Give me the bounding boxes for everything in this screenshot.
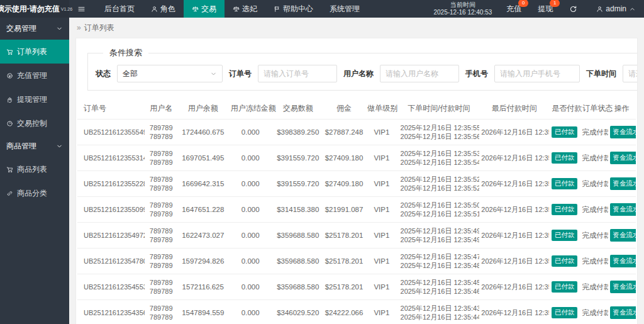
order-no: UB2512161235509966	[77, 197, 145, 223]
fund-flow-button[interactable]: 资金流水	[610, 126, 636, 138]
time-value: 2025-12-16 12:40:53	[433, 9, 492, 16]
user-name-input[interactable]	[380, 65, 459, 82]
order-time: 2025年12月16日 12:35:45	[401, 278, 478, 287]
fund-flow-button[interactable]: 资金流水	[610, 306, 636, 319]
fund-flow-button[interactable]: 资金流水	[610, 152, 636, 164]
username-line1: 789789	[147, 252, 176, 261]
sidebar: 交易管理 订单列表 充值管理 提现管	[0, 18, 69, 324]
vip-level: VIP1	[365, 145, 398, 171]
nav-item-home[interactable]: 后台首页	[96, 0, 143, 18]
phone-input[interactable]	[494, 65, 580, 82]
recharge-notice-button[interactable]: 充值 0	[498, 0, 530, 18]
commission: $27409.180	[323, 171, 365, 197]
cart-icon	[6, 48, 13, 55]
sidebar-group-trade[interactable]: 交易管理	[0, 18, 69, 40]
nav-item-system[interactable]: 系统管理	[321, 0, 368, 18]
group-label: 商品管理	[6, 141, 53, 152]
fund-flow-button[interactable]: 资金流水	[610, 255, 636, 267]
trade-amount: $359688.580	[273, 249, 323, 274]
admin-app: 演示使用-请勿充值 V1.26 后台首页 角色 交易 选	[0, 0, 644, 324]
order-time: 2025年12月16日 12:35:43	[401, 304, 478, 313]
order-time: 2025年12月16日 12:35:49	[401, 226, 478, 235]
pay-time: 2025年12月16日 12:35:56	[401, 132, 478, 141]
sidebar-item-label: 提现管理	[17, 94, 47, 105]
trade-amount: $391559.720	[273, 145, 323, 171]
order-no-input[interactable]	[258, 65, 337, 82]
nav-item-xuanfei[interactable]: 选妃	[225, 0, 265, 18]
topbar-spacer	[368, 0, 427, 18]
last-pay-time: 2026年12月16日 12:35:55	[479, 120, 549, 145]
vip-level: VIP1	[365, 223, 398, 249]
fund-flow-button[interactable]: 资金流水	[610, 229, 636, 242]
username-line1: 789789	[147, 123, 176, 132]
order-time-input[interactable]	[623, 65, 638, 82]
commission: $21991.087	[323, 197, 365, 223]
sidebar-group-goods[interactable]: 商品管理	[0, 135, 69, 157]
username-line1: 789789	[147, 201, 176, 209]
table-row: UB2512161235435683 789789 789789 1547894…	[77, 300, 636, 324]
last-pay-time: 2026年12月16日 12:35:47	[479, 249, 549, 274]
commission: $25178.201	[323, 223, 365, 249]
order-no: UB2512161235478039	[77, 249, 145, 274]
scales-icon	[192, 6, 199, 13]
vip-level: VIP1	[365, 274, 398, 300]
nav-item-roles[interactable]: 角色	[143, 0, 184, 18]
col-status: 订单状态	[580, 98, 608, 120]
paid-badge: 已付款	[552, 126, 578, 138]
sidebar-item-recharge[interactable]: 充值管理	[0, 64, 69, 87]
commission: $27887.248	[323, 120, 365, 145]
current-time: 当前时间 2025-12-16 12:40:53	[427, 0, 498, 18]
fund-flow-button[interactable]: 资金流水	[610, 177, 636, 190]
frozen-amount: 0.000	[228, 274, 273, 300]
sidebar-item-goods-category[interactable]: 商品分类	[0, 181, 69, 205]
order-status: 完成付款	[580, 197, 608, 223]
sidebar-item-label: 订单列表	[17, 47, 47, 57]
user-balance: 1572116.625	[178, 274, 228, 300]
withdraw-notice-button[interactable]: 提现 1	[530, 0, 561, 18]
pay-time: 2025年12月16日 12:35:44	[401, 313, 478, 321]
trade-amount: $391559.720	[273, 171, 323, 197]
status-label: 状态	[96, 69, 111, 79]
username-line2: 789789	[147, 132, 176, 141]
order-table: 订单号 用户名 用户余额 用户冻结金额 交易数额 佣金 做单级别 下单时间/付款…	[77, 98, 636, 324]
nav-label: 系统管理	[330, 4, 360, 14]
order-panel: 条件搜索 状态 全部 订单号 用户名称 手机号	[75, 38, 638, 324]
order-time-label: 下单时间	[586, 69, 616, 79]
username: admin	[606, 4, 626, 13]
refresh-icon	[569, 5, 577, 13]
user-balance: 1647651.228	[178, 197, 228, 223]
fund-flow-button[interactable]: 资金流水	[610, 281, 636, 293]
user-balance: 1697051.495	[178, 145, 228, 171]
order-time: 2025年12月16日 12:35:55	[401, 123, 478, 132]
app-logo: 演示使用-请勿充值 V1.26	[0, 0, 69, 18]
user-menu[interactable]: admin	[588, 0, 644, 18]
col-level: 做单级别	[365, 98, 398, 120]
last-pay-time: 2026年12月16日 12:35:45	[479, 274, 549, 300]
group-label: 交易管理	[6, 23, 53, 34]
refresh-button[interactable]	[561, 0, 588, 18]
frozen-amount: 0.000	[228, 223, 273, 249]
scales-icon	[233, 6, 240, 13]
sidebar-toggle-button[interactable]	[69, 0, 96, 18]
paid-badge: 已付款	[552, 204, 578, 215]
nav-item-help-center[interactable]: 帮助中心	[265, 0, 321, 18]
sidebar-item-order-list[interactable]: 订单列表	[0, 40, 69, 64]
table-row: UB2512161235509966 789789 789789 1647651…	[77, 197, 636, 223]
nav-item-trade[interactable]: 交易	[184, 0, 225, 18]
breadcrumb-icon: »	[77, 23, 81, 32]
vip-level: VIP1	[365, 300, 398, 324]
order-no: UB2512161235554990	[77, 120, 145, 145]
order-no-label: 订单号	[229, 69, 252, 79]
commission: $25178.201	[323, 274, 365, 300]
sidebar-item-trade-control[interactable]: 交易控制	[0, 111, 69, 135]
sidebar-item-goods-list[interactable]: 商品列表	[0, 157, 69, 181]
order-status: 完成付款	[580, 223, 608, 249]
username-line1: 789789	[147, 175, 176, 184]
sidebar-item-withdraw[interactable]: 提现管理	[0, 87, 69, 111]
status-select[interactable]: 全部	[117, 65, 223, 82]
fund-flow-button[interactable]: 资金流水	[610, 203, 636, 216]
trade-amount: $359688.580	[273, 223, 323, 249]
order-status: 完成付款	[580, 300, 608, 324]
search-row: 状态 全部 订单号 用户名称 手机号 下单时间	[96, 65, 638, 82]
user-balance: 1669642.315	[178, 171, 228, 197]
